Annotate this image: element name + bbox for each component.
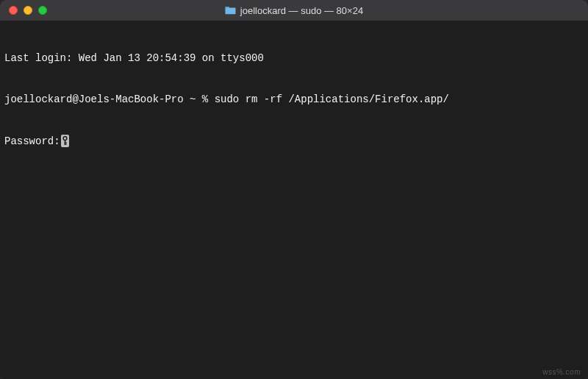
close-button[interactable] xyxy=(9,6,18,15)
svg-point-0 xyxy=(63,137,67,141)
terminal-body[interactable]: Last login: Wed Jan 13 20:54:39 on ttys0… xyxy=(0,21,588,180)
prompt-line: joellockard@Joels-MacBook-Pro ~ % sudo r… xyxy=(4,93,584,107)
svg-rect-3 xyxy=(64,144,66,144)
password-line: Password: xyxy=(4,135,584,149)
folder-icon xyxy=(225,6,236,15)
watermark: wss%.com xyxy=(542,368,581,376)
last-login-line: Last login: Wed Jan 13 20:54:39 on ttys0… xyxy=(4,52,584,65)
window-title: joellockard — sudo — 80×24 xyxy=(240,5,363,16)
key-cursor-icon xyxy=(61,135,69,147)
window-title-wrap: joellockard — sudo — 80×24 xyxy=(0,5,588,16)
zoom-button[interactable] xyxy=(38,6,47,15)
window-controls xyxy=(0,6,47,15)
minimize-button[interactable] xyxy=(24,6,32,15)
svg-rect-2 xyxy=(64,142,66,143)
terminal-window: joellockard — sudo — 80×24 Last login: W… xyxy=(0,0,588,379)
password-label: Password: xyxy=(4,135,60,147)
titlebar[interactable]: joellockard — sudo — 80×24 xyxy=(0,0,588,21)
